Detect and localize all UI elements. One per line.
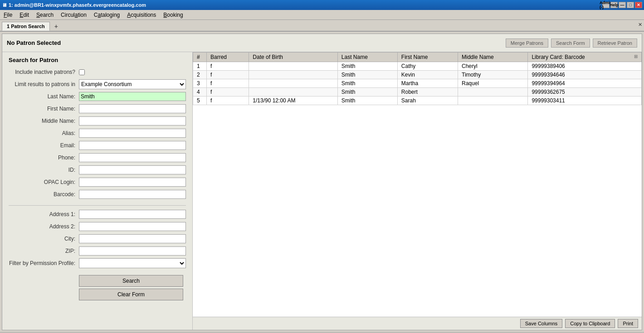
help-label[interactable]: Help: [610, 2, 618, 8]
col-barred[interactable]: Barred: [207, 53, 249, 62]
id-row: ID:: [9, 165, 186, 175]
col-lastname[interactable]: Last Name: [337, 53, 397, 62]
table-cell: Cheryl: [458, 62, 528, 71]
menu-circulation[interactable]: Circulation: [57, 11, 90, 19]
menu-booking[interactable]: Booking: [160, 11, 186, 19]
header-buttons: Merge Patrons Search Form Retrieve Patro…: [506, 39, 637, 48]
limit-results-row: Limit results to patrons in Example Cons…: [9, 79, 186, 89]
results-scroll[interactable]: # Barred Date of Birth Last Name First N…: [193, 52, 642, 317]
merge-patrons-button[interactable]: Merge Patrons: [506, 39, 548, 48]
consortium-select[interactable]: Example Consortium: [79, 79, 186, 89]
tab-patron-search[interactable]: 1 Patron Search: [2, 22, 50, 31]
table-cell: Kevin: [397, 71, 458, 79]
table-cell: 1/13/90 12:00 AM: [249, 97, 337, 105]
menu-search[interactable]: Search: [33, 11, 57, 19]
menu-edit[interactable]: Edit: [16, 11, 33, 19]
results-table-header: # Barred Date of Birth Last Name First N…: [193, 53, 642, 62]
table-row[interactable]: 4fSmithRobert99999362675: [193, 88, 642, 97]
address2-label: Address 2:: [9, 223, 79, 230]
table-cell: f: [207, 79, 249, 88]
tab-patron-search-label: 1 Patron Search: [7, 24, 45, 29]
table-cell: Smith: [337, 62, 397, 71]
minimize-button[interactable]: —: [619, 2, 626, 8]
title-bar-controls: Admin (-) Help — □ ✕: [602, 2, 642, 8]
table-cell: Smith: [337, 88, 397, 97]
first-name-label: First Name:: [9, 106, 79, 112]
table-cell: [249, 62, 337, 71]
col-middlename[interactable]: Middle Name: [458, 53, 528, 62]
table-cell: Smith: [337, 79, 397, 88]
menu-acquisitions[interactable]: Acquisitions: [123, 11, 160, 19]
table-cell: 4: [193, 88, 207, 97]
last-name-input[interactable]: [79, 92, 186, 101]
barcode-input[interactable]: [79, 190, 186, 199]
address2-row: Address 2:: [9, 222, 186, 232]
tab-add-button[interactable]: +: [51, 22, 62, 31]
table-cell: Smith: [337, 97, 397, 105]
city-label: City:: [9, 236, 79, 242]
address2-input[interactable]: [79, 222, 186, 231]
results-table: # Barred Date of Birth Last Name First N…: [193, 52, 642, 105]
opac-login-input[interactable]: [79, 178, 186, 187]
section-divider: [9, 205, 186, 206]
table-cell: [249, 79, 337, 88]
table-cell: [458, 88, 528, 97]
address1-input[interactable]: [79, 210, 186, 219]
search-button[interactable]: Search: [79, 275, 183, 287]
menu-bar: File Edit Search Circulation Cataloging …: [0, 10, 644, 20]
middle-name-input[interactable]: [79, 116, 186, 125]
main-window: No Patron Selected Merge Patrons Search …: [2, 34, 642, 330]
zip-input[interactable]: [79, 246, 186, 256]
table-row[interactable]: 2fSmithKevinTimothy99999394646: [193, 71, 642, 79]
filter-permission-label: Filter by Permission Profile:: [9, 260, 79, 266]
table-cell: [249, 88, 337, 97]
last-name-row: Last Name:: [9, 92, 186, 101]
tab-close-button[interactable]: ✕: [638, 22, 642, 28]
city-row: City:: [9, 234, 186, 244]
table-cell: 99999389406: [528, 62, 642, 71]
id-input[interactable]: [79, 165, 186, 174]
table-cell: Robert: [397, 88, 458, 97]
city-input[interactable]: [79, 234, 186, 243]
save-columns-button[interactable]: Save Columns: [520, 319, 563, 328]
table-cell: 5: [193, 97, 207, 105]
clear-form-button[interactable]: Clear Form: [79, 289, 183, 300]
table-cell: Raquel: [458, 79, 528, 88]
table-cell: f: [207, 88, 249, 97]
retrieve-patron-button[interactable]: Retrieve Patron: [593, 39, 637, 48]
phone-label: Phone:: [9, 154, 79, 161]
print-button[interactable]: Print: [618, 319, 638, 328]
tab-bar: 1 Patron Search + ✕: [0, 20, 644, 32]
col-dob[interactable]: Date of Birth: [249, 53, 337, 62]
col-librarycard[interactable]: Library Card: Barcode ⊞: [528, 53, 642, 62]
search-form-button[interactable]: Search Form: [551, 39, 590, 48]
close-button[interactable]: ✕: [635, 2, 642, 8]
table-row[interactable]: 3fSmithMarthaRaquel99999394964: [193, 79, 642, 88]
maximize-button[interactable]: □: [627, 2, 634, 8]
results-footer: Save Columns Copy to Clipboard Print: [193, 317, 642, 330]
filter-permission-select[interactable]: [79, 258, 186, 268]
table-cell: 99999362675: [528, 88, 642, 97]
table-cell: 1: [193, 62, 207, 71]
app-icon: 🖥: [2, 2, 7, 8]
table-row[interactable]: 5f1/13/90 12:00 AMSmithSarah99999303411: [193, 97, 642, 105]
email-input[interactable]: [79, 141, 186, 150]
table-row[interactable]: 1fSmithCathyCheryl99999389406: [193, 62, 642, 71]
table-cell: Sarah: [397, 97, 458, 105]
col-num[interactable]: #: [193, 53, 207, 62]
menu-cataloging[interactable]: Cataloging: [90, 11, 123, 19]
admin-label[interactable]: Admin (-): [602, 2, 610, 8]
copy-to-clipboard-button[interactable]: Copy to Clipboard: [565, 319, 615, 328]
alias-input[interactable]: [79, 129, 186, 138]
limit-results-label: Limit results to patrons in: [9, 81, 79, 87]
zip-row: ZIP:: [9, 246, 186, 256]
first-name-input[interactable]: [79, 104, 186, 113]
table-cell: Smith: [337, 71, 397, 79]
col-firstname[interactable]: First Name: [397, 53, 458, 62]
menu-file[interactable]: File: [0, 11, 16, 19]
filter-permission-row: Filter by Permission Profile:: [9, 258, 186, 268]
title-bar-text: 1: admin@BR1-winxpvmfx.phasefx.evergreen…: [9, 2, 146, 8]
phone-input[interactable]: [79, 153, 186, 162]
barcode-label: Barcode:: [9, 191, 79, 198]
include-inactive-checkbox[interactable]: [79, 69, 85, 75]
